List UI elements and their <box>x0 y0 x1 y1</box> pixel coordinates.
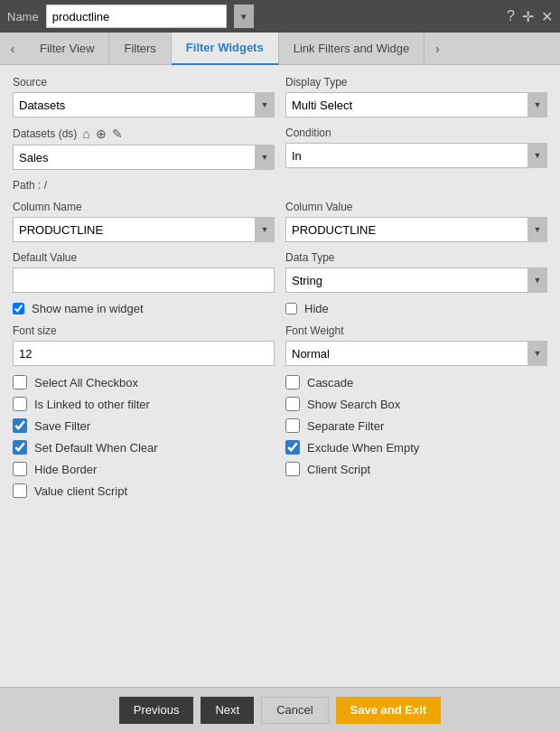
home-icon[interactable]: ⌂ <box>82 127 89 141</box>
checkbox-row-1: Select All Checkbox Cascade <box>13 375 547 389</box>
show-search-box-checkbox[interactable] <box>285 397 300 411</box>
condition-label: Condition <box>285 127 547 139</box>
checkbox-col-empty <box>285 483 547 498</box>
checkbox-col-separate-filter: Separate Filter <box>285 418 547 433</box>
datasets-select[interactable]: Sales <box>13 145 275 170</box>
source-col: Source Datasets <box>13 76 275 117</box>
hide-border-checkbox[interactable] <box>13 462 27 476</box>
checkboxes-section: Select All Checkbox Cascade Is Linked to… <box>13 375 547 498</box>
value-client-script-label: Value client Script <box>34 484 127 498</box>
path-value: / <box>44 179 47 192</box>
display-type-select-wrapper: Multi Select <box>285 92 547 117</box>
hide-checkbox[interactable] <box>285 303 297 314</box>
default-datatype-row: Default Value Data Type String <box>13 251 547 293</box>
column-value-label: Column Value <box>285 201 547 213</box>
set-default-label: Set Default When Clear <box>34 441 158 455</box>
datasets-label: Datasets (ds) <box>13 127 77 140</box>
tab-link-filters[interactable]: Link Filters and Widge <box>279 33 425 65</box>
source-display-row: Source Datasets Display Type Multi Selec… <box>13 76 547 117</box>
data-type-select-wrapper: String <box>285 267 547 293</box>
font-row: Font size Font Weight Normal <box>13 324 547 366</box>
display-type-label: Display Type <box>285 76 547 89</box>
checkbox-col-search-box: Show Search Box <box>285 397 547 411</box>
bottom-bar: Previous Next Cancel Save and Exit <box>0 687 560 732</box>
font-weight-col: Font Weight Normal <box>285 324 547 366</box>
checkbox-row-2: Is Linked to other filter Show Search Bo… <box>13 397 547 411</box>
checkbox-col-save-filter: Save Filter <box>13 418 275 433</box>
is-linked-label: Is Linked to other filter <box>34 398 150 411</box>
column-value-col: Column Value PRODUCTLINE <box>285 201 547 242</box>
cascade-label: Cascade <box>307 376 353 389</box>
font-size-col: Font size <box>13 324 275 366</box>
show-name-col: Show name in widget <box>13 302 275 315</box>
tab-right-arrow[interactable]: › <box>425 33 450 65</box>
checkbox-row-6: Value client Script <box>13 483 547 498</box>
tab-left-arrow[interactable]: ‹ <box>0 33 25 65</box>
move-icon[interactable]: ✛ <box>522 8 534 25</box>
condition-select[interactable]: In <box>285 143 547 168</box>
tab-filters[interactable]: Filters <box>109 33 171 65</box>
edit-icon[interactable]: ✎ <box>112 127 123 141</box>
condition-select-wrapper: In <box>285 143 547 168</box>
checkbox-col-value-client: Value client Script <box>13 483 275 498</box>
add-icon[interactable]: ⊕ <box>96 127 107 141</box>
show-search-box-label: Show Search Box <box>307 398 400 411</box>
font-weight-select-wrapper: Normal <box>285 341 547 366</box>
checkbox-col-client-script: Client Script <box>285 462 547 476</box>
show-name-row: Show name in widget Hide <box>13 302 547 315</box>
checkbox-row-3: Save Filter Separate Filter <box>13 418 547 433</box>
help-icon[interactable]: ? <box>507 8 515 25</box>
is-linked-checkbox[interactable] <box>13 397 27 411</box>
save-and-exit-button[interactable]: Save and Exit <box>336 697 442 724</box>
save-filter-label: Save Filter <box>34 419 90 433</box>
previous-button[interactable]: Previous <box>119 697 194 724</box>
datasets-col: Datasets (ds) ⌂ ⊕ ✎ Sales <box>13 127 275 170</box>
column-row: Column Name PRODUCTLINE Column Value PRO… <box>13 201 547 242</box>
cancel-button[interactable]: Cancel <box>261 697 328 724</box>
save-filter-checkbox[interactable] <box>13 418 27 433</box>
font-weight-select[interactable]: Normal <box>285 341 547 366</box>
next-button[interactable]: Next <box>201 697 254 724</box>
checkbox-col-linked: Is Linked to other filter <box>13 397 275 411</box>
value-client-script-checkbox[interactable] <box>13 483 27 498</box>
font-size-input[interactable] <box>13 341 275 366</box>
default-value-input[interactable] <box>13 267 275 293</box>
set-default-checkbox[interactable] <box>13 440 27 455</box>
select-all-label: Select All Checkbox <box>34 376 138 389</box>
tab-filter-view[interactable]: Filter View <box>25 33 109 65</box>
datasets-select-wrapper: Sales <box>13 145 275 170</box>
datasets-condition-row: Datasets (ds) ⌂ ⊕ ✎ Sales Condition In <box>13 127 547 170</box>
tab-bar: ‹ Filter View Filters Filter Widgets Lin… <box>0 33 560 65</box>
close-icon[interactable]: ✕ <box>541 8 553 25</box>
cascade-checkbox[interactable] <box>285 375 300 389</box>
column-name-select[interactable]: PRODUCTLINE <box>13 217 275 242</box>
checkbox-col-hide-border: Hide Border <box>13 462 275 476</box>
exclude-when-empty-checkbox[interactable] <box>285 440 300 455</box>
select-all-checkbox[interactable] <box>13 375 27 389</box>
form-content: Source Datasets Display Type Multi Selec… <box>0 65 560 516</box>
name-label: Name <box>7 10 39 23</box>
separate-filter-label: Separate Filter <box>307 419 384 433</box>
display-type-select[interactable]: Multi Select <box>285 92 547 117</box>
data-type-select[interactable]: String <box>285 267 547 293</box>
font-weight-label: Font Weight <box>285 324 547 337</box>
path-row: Path : / <box>13 179 547 192</box>
column-name-col: Column Name PRODUCTLINE <box>13 201 275 242</box>
show-name-checkbox[interactable] <box>13 303 24 314</box>
title-bar-icons: ? ✛ ✕ <box>507 8 553 25</box>
source-select[interactable]: Datasets <box>13 92 275 117</box>
separate-filter-checkbox[interactable] <box>285 418 300 433</box>
column-value-select[interactable]: PRODUCTLINE <box>285 217 547 242</box>
show-name-checkbox-label: Show name in widget <box>32 302 144 315</box>
client-script-label: Client Script <box>307 463 370 476</box>
checkbox-col-exclude-empty: Exclude When Empty <box>285 440 547 455</box>
path-label: Path : <box>13 179 41 192</box>
checkbox-col-set-default: Set Default When Clear <box>13 440 275 455</box>
hide-border-label: Hide Border <box>34 463 97 476</box>
hide-col: Hide <box>285 302 547 315</box>
name-dropdown-button[interactable]: ▼ <box>234 5 254 28</box>
client-script-checkbox[interactable] <box>285 462 300 476</box>
name-input[interactable] <box>46 5 227 28</box>
tab-filter-widgets[interactable]: Filter Widgets <box>172 33 279 65</box>
condition-col: Condition In <box>285 127 547 170</box>
